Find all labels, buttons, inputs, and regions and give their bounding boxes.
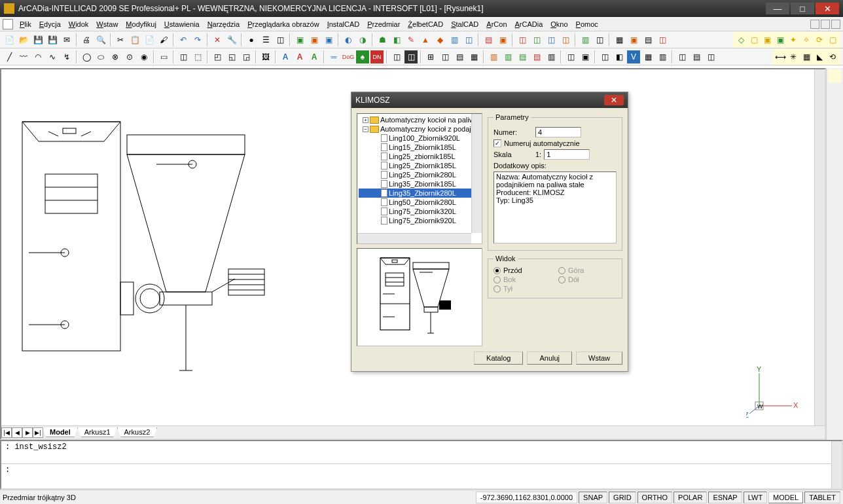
control-menu-icon[interactable] bbox=[3, 19, 13, 29]
tool-icon[interactable]: ◫ bbox=[404, 50, 418, 63]
menu-zelbetcad[interactable]: ŻelbetCAD bbox=[404, 19, 447, 29]
tool-icon[interactable]: ◫ bbox=[675, 50, 689, 63]
dim-icon[interactable]: ⟷ bbox=[774, 50, 787, 63]
tool-icon[interactable]: ⬚ bbox=[191, 50, 204, 63]
side-tool-icon[interactable] bbox=[828, 238, 841, 251]
auto-number-checkbox[interactable]: ✓ bbox=[493, 139, 501, 147]
rectangle-icon[interactable]: ▭ bbox=[157, 50, 170, 63]
tree-item[interactable]: Ling25_Zbiornik185L bbox=[359, 161, 480, 170]
tree-folder[interactable]: + Automatyczny kocioł na paliw bbox=[359, 115, 480, 124]
dialog-titlebar[interactable]: KLIMOSZ ✕ bbox=[351, 92, 628, 108]
sheet-tab-arkusz1[interactable]: Arkusz1 bbox=[77, 427, 118, 437]
matchprop-icon[interactable]: 🖌 bbox=[157, 33, 170, 46]
tool-icon[interactable]: 🖼 bbox=[259, 50, 272, 63]
menu-przegladarka[interactable]: Przeglądarka obrazów bbox=[243, 19, 323, 29]
tree-item[interactable]: Ling35_Zbiornik280L bbox=[359, 189, 480, 198]
tool-icon[interactable]: ◫ bbox=[656, 33, 669, 46]
tree-scrollbar-h[interactable] bbox=[357, 233, 471, 243]
tool-icon[interactable]: ▥ bbox=[448, 33, 461, 46]
tool-icon[interactable]: ◲ bbox=[240, 50, 253, 63]
menu-pomoc[interactable]: Pomoc bbox=[572, 19, 602, 29]
side-tool-icon[interactable] bbox=[828, 190, 841, 203]
layers-icon[interactable]: ◫ bbox=[274, 33, 287, 46]
tree-item[interactable]: Ling25_Zbiornik280L bbox=[359, 170, 480, 179]
tool-icon[interactable]: ▣ bbox=[496, 33, 509, 46]
osnap-icon[interactable]: ▢ bbox=[826, 33, 839, 46]
osnap-icon[interactable]: ◇ bbox=[734, 33, 747, 46]
tool-icon[interactable]: ▣ bbox=[579, 50, 592, 63]
tool-icon[interactable]: ⊗ bbox=[109, 50, 122, 63]
tool-icon[interactable]: ▣ bbox=[627, 33, 640, 46]
menu-widok[interactable]: Widok bbox=[65, 19, 93, 29]
skala-input[interactable] bbox=[544, 149, 590, 160]
print-preview-icon[interactable]: 🔍 bbox=[94, 33, 107, 46]
tool-icon[interactable]: ▥ bbox=[656, 50, 669, 63]
dim-icon[interactable]: ✳ bbox=[787, 50, 800, 63]
osnap-icon[interactable]: ✦ bbox=[787, 33, 800, 46]
tool-icon[interactable]: ◫ bbox=[598, 50, 611, 63]
paste-icon[interactable]: 📄 bbox=[143, 33, 156, 46]
dim-icon[interactable]: ⟲ bbox=[826, 50, 839, 63]
anuluj-button[interactable]: Anuluj bbox=[527, 351, 572, 365]
side-tool-icon[interactable] bbox=[828, 132, 841, 145]
tree-item[interactable]: Ling25_zbiornik185L bbox=[359, 152, 480, 161]
menu-arcadia[interactable]: ArCADia bbox=[511, 19, 547, 29]
menu-okno[interactable]: Okno bbox=[547, 19, 571, 29]
tool-icon[interactable]: ◫ bbox=[390, 50, 403, 63]
tree-item[interactable]: Ling15_Zbiornik185L bbox=[359, 143, 480, 152]
side-tool-icon[interactable] bbox=[828, 204, 841, 217]
sheet-next-button[interactable]: ▶ bbox=[22, 427, 33, 438]
expand-icon[interactable]: + bbox=[363, 117, 368, 123]
side-tool-icon[interactable] bbox=[828, 267, 841, 280]
menu-edycja[interactable]: Edycja bbox=[35, 19, 65, 29]
tool-icon[interactable]: DoG bbox=[342, 50, 355, 63]
tool-icon[interactable]: ◉ bbox=[137, 50, 151, 63]
command-input[interactable]: : bbox=[1, 463, 831, 488]
sheet-first-button[interactable]: |◀ bbox=[1, 427, 12, 438]
tool-icon[interactable]: ▣ bbox=[308, 33, 321, 46]
delete-icon[interactable]: ✕ bbox=[211, 33, 224, 46]
menu-stalcad[interactable]: StalCAD bbox=[447, 19, 482, 29]
polyline-icon[interactable]: 〰 bbox=[17, 50, 30, 63]
view-radio-przód[interactable]: Przód bbox=[493, 266, 552, 274]
status-model[interactable]: MODEL bbox=[768, 492, 803, 503]
tool-icon[interactable]: ▤ bbox=[690, 50, 703, 63]
opis-textarea[interactable] bbox=[493, 171, 617, 243]
tool-icon[interactable]: ◫ bbox=[530, 33, 543, 46]
sheet-prev-button[interactable]: ◀ bbox=[12, 427, 22, 438]
tool-icon[interactable]: V bbox=[627, 50, 640, 63]
mdi-minimize-button[interactable] bbox=[810, 20, 819, 29]
tool-icon[interactable]: ▤ bbox=[530, 50, 543, 63]
send-icon[interactable]: ✉ bbox=[60, 33, 73, 46]
menu-plik[interactable]: Plik bbox=[16, 19, 35, 29]
catalog-tree[interactable]: + Automatyczny kocioł na paliw − Automat… bbox=[357, 113, 482, 244]
tool-icon[interactable]: ▤ bbox=[482, 33, 495, 46]
properties-icon[interactable]: ☰ bbox=[259, 33, 272, 46]
dim-icon[interactable]: ▦ bbox=[800, 50, 813, 63]
tool-icon[interactable]: ⊙ bbox=[123, 50, 136, 63]
spline-icon[interactable]: ∿ bbox=[46, 50, 59, 63]
tool-icon[interactable]: ▤ bbox=[641, 33, 655, 46]
tool-icon[interactable]: DN bbox=[370, 50, 384, 63]
tool-icon[interactable]: ▥ bbox=[487, 50, 500, 63]
collapse-icon[interactable]: − bbox=[363, 126, 368, 132]
osnap-icon[interactable]: ✧ bbox=[800, 33, 813, 46]
tool-icon[interactable]: ◫ bbox=[704, 50, 717, 63]
side-tool-icon[interactable] bbox=[828, 84, 841, 97]
tool-icon[interactable]: ◫ bbox=[545, 33, 558, 46]
side-tool-icon[interactable] bbox=[828, 224, 841, 237]
tool-icon[interactable]: ◱ bbox=[225, 50, 238, 63]
menu-arcon[interactable]: ArCon bbox=[482, 19, 511, 29]
tool-icon[interactable]: ▦ bbox=[467, 50, 480, 63]
tree-item[interactable]: Ling75_Zbiornik320L bbox=[359, 207, 480, 216]
side-tool-icon[interactable] bbox=[828, 118, 841, 131]
tool-icon[interactable]: ═ bbox=[327, 50, 340, 63]
wstaw-button[interactable]: Wstaw bbox=[576, 351, 622, 365]
sheet-tab-model[interactable]: Model bbox=[43, 427, 78, 437]
saveall-icon[interactable]: 💾 bbox=[46, 33, 59, 46]
status-esnap[interactable]: ESNAP bbox=[708, 492, 742, 503]
copy-icon[interactable]: 📋 bbox=[128, 33, 141, 46]
menu-modyfikuj[interactable]: Modyfikuj bbox=[122, 19, 160, 29]
explorer-icon[interactable]: 🔧 bbox=[225, 33, 238, 46]
dialog-close-button[interactable]: ✕ bbox=[604, 95, 624, 105]
